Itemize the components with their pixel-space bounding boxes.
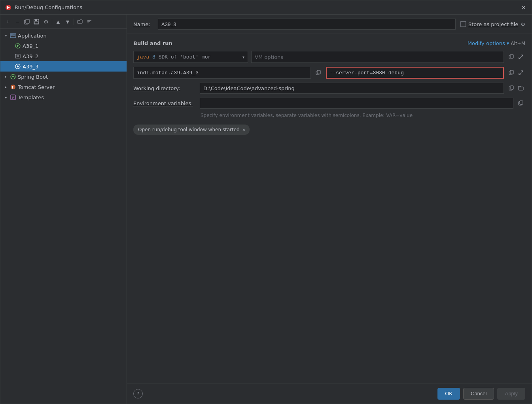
args-copy-button[interactable] xyxy=(507,68,516,77)
sort-button[interactable] xyxy=(85,17,94,26)
sidebar: + − ⚙ ▲ ▼ xyxy=(0,15,127,404)
main-class-value: indi.mofan.a39.A39_3 xyxy=(137,70,199,76)
toolbar: + − ⚙ ▲ ▼ xyxy=(0,15,127,29)
tree-item-a39-3[interactable]: A39_3 xyxy=(0,61,127,72)
move-down-button[interactable]: ▼ xyxy=(63,17,72,26)
tree-item-a39-2[interactable]: A39_2 xyxy=(0,51,127,61)
templates-chevron xyxy=(4,95,8,100)
cancel-button[interactable]: Cancel xyxy=(463,388,494,400)
svg-rect-11 xyxy=(11,34,13,36)
tree-item-a39-1[interactable]: A39_1 xyxy=(0,41,127,51)
working-dir-copy-button[interactable] xyxy=(507,84,516,93)
program-args-field[interactable]: --server.port=8080 debug xyxy=(326,67,504,79)
main-class-field[interactable]: indi.mofan.a39.A39_3 xyxy=(133,67,311,79)
vm-expand-button[interactable] xyxy=(517,53,525,61)
modify-chevron-icon: ▾ xyxy=(507,40,509,46)
tomcat-icon: T xyxy=(10,84,16,90)
tree-item-templates[interactable]: Templates xyxy=(0,92,127,102)
spring-icon xyxy=(10,74,16,80)
vm-copy-button[interactable] xyxy=(507,53,516,61)
sdk-keyword: java xyxy=(137,54,149,60)
help-button[interactable]: ? xyxy=(133,389,143,398)
a39-1-label: A39_1 xyxy=(23,43,38,49)
env-vars-copy-button[interactable] xyxy=(517,99,525,108)
config-tree: Application A39_1 xyxy=(0,29,127,404)
build-run-title: Build and run xyxy=(133,40,172,46)
svg-rect-34 xyxy=(317,70,320,74)
env-vars-row: Environment variables: xyxy=(133,98,525,109)
chip-close-button[interactable]: × xyxy=(242,127,246,132)
svg-rect-40 xyxy=(510,86,513,89)
add-button[interactable]: + xyxy=(4,17,12,26)
section-header: Build and run Modify options ▾ Alt+M xyxy=(133,40,525,46)
tomcat-chevron xyxy=(4,85,8,89)
a39-2-icon xyxy=(15,53,21,59)
app-icon xyxy=(5,4,11,11)
a39-2-label: A39_2 xyxy=(23,53,38,59)
program-args-row: indi.mofan.a39.A39_3 --server.port=8080 … xyxy=(133,67,525,79)
args-action-buttons xyxy=(507,68,525,77)
tree-item-spring-boot[interactable]: Spring Boot xyxy=(0,72,127,82)
sdk-dropdown-arrow: ▾ xyxy=(242,55,244,59)
modify-options-button[interactable]: Modify options ▾ Alt+M xyxy=(468,40,525,46)
spring-chevron xyxy=(4,74,8,79)
remove-button[interactable]: − xyxy=(13,17,22,26)
args-expand-button[interactable] xyxy=(517,68,525,77)
vm-options-field[interactable]: VM options xyxy=(251,51,504,63)
open-tool-window-chip: Open run/debug tool window when started … xyxy=(133,125,250,135)
ok-button[interactable]: OK xyxy=(437,388,460,400)
tree-item-application[interactable]: Application xyxy=(0,30,127,41)
env-hint-text: Specify environment variables, separate … xyxy=(133,113,525,118)
close-button[interactable]: × xyxy=(521,4,527,11)
dialog-title: Run/Debug Configurations xyxy=(15,4,82,10)
svg-point-22 xyxy=(13,76,14,77)
store-gear-icon[interactable]: ⚙ xyxy=(521,21,525,27)
name-input[interactable] xyxy=(158,19,456,30)
right-panel: Name: Store as project file ⚙ Build and … xyxy=(127,15,532,404)
copy-button[interactable] xyxy=(23,17,31,26)
folder-button[interactable] xyxy=(76,17,84,26)
a39-1-icon xyxy=(15,43,21,49)
svg-rect-3 xyxy=(26,19,29,23)
application-chevron xyxy=(4,33,8,38)
working-dir-row: Working directory: D:\Code\IdeaCode\adva… xyxy=(133,83,525,94)
program-args-value: --server.port=8080 debug xyxy=(330,70,404,76)
tag-chips-container: Open run/debug tool window when started … xyxy=(133,125,525,135)
main-content: + − ⚙ ▲ ▼ xyxy=(0,15,532,404)
sdk-rest: SDK of 'boot' mor xyxy=(159,54,211,60)
sdk-text: java 8 SDK of 'boot' mor xyxy=(137,54,211,60)
svg-rect-16 xyxy=(15,54,20,58)
working-dir-field[interactable]: D:\Code\IdeaCode\advanced-spring xyxy=(200,83,504,94)
sdk-dropdown[interactable]: java 8 SDK of 'boot' mor ▾ xyxy=(133,51,248,63)
application-label: Application xyxy=(18,33,47,39)
tomcat-server-label: Tomcat Server xyxy=(18,84,55,90)
svg-rect-6 xyxy=(34,22,38,24)
separator xyxy=(52,19,52,25)
move-up-button[interactable]: ▲ xyxy=(54,17,62,26)
title-bar-left: Run/Debug Configurations xyxy=(5,4,82,11)
name-label: Name: xyxy=(133,21,153,27)
apply-button[interactable]: Apply xyxy=(497,388,525,400)
templates-label: Templates xyxy=(18,94,44,100)
save-button[interactable] xyxy=(32,17,41,26)
settings-button[interactable]: ⚙ xyxy=(42,17,50,26)
sdk-number: 8 xyxy=(152,54,155,60)
working-dir-browse-button[interactable] xyxy=(517,84,525,93)
svg-rect-30 xyxy=(510,55,513,58)
bottom-bar: ? OK Cancel Apply xyxy=(127,383,532,404)
modify-shortcut: Alt+M xyxy=(511,41,525,46)
working-dir-label: Working directory: xyxy=(133,85,197,91)
env-vars-field[interactable] xyxy=(200,98,513,109)
separator2 xyxy=(74,19,74,25)
templates-icon xyxy=(10,94,16,100)
svg-marker-15 xyxy=(17,45,19,47)
main-class-browse-button[interactable] xyxy=(314,68,323,77)
application-icon xyxy=(10,32,16,39)
a39-3-label: A39_3 xyxy=(23,64,38,70)
tag-chip-label: Open run/debug tool window when started xyxy=(138,127,240,132)
vm-options-placeholder: VM options xyxy=(255,54,283,60)
svg-rect-42 xyxy=(520,101,523,104)
store-project-checkbox[interactable] xyxy=(460,21,466,27)
tree-item-tomcat[interactable]: T Tomcat Server xyxy=(0,82,127,92)
a39-3-icon xyxy=(15,63,21,70)
